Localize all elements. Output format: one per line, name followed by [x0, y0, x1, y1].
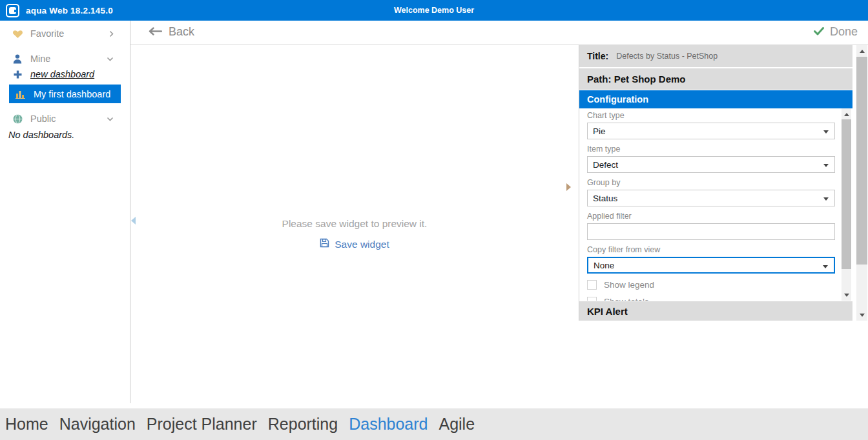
nav-item-dashboard[interactable]: Dashboard	[349, 415, 428, 434]
show-totals-label: Show totals	[604, 297, 649, 301]
widget-path-bar: Path: Pet Shop Demo	[579, 68, 852, 90]
applied-filter-input-wrap	[587, 223, 835, 240]
scroll-down-arrow[interactable]	[856, 310, 867, 319]
collapse-panel-handle[interactable]	[566, 183, 571, 191]
item-type-field: Item type Defect	[587, 145, 835, 173]
scroll-up-arrow[interactable]	[842, 110, 851, 119]
chevron-down-icon	[823, 265, 828, 268]
person-icon	[12, 54, 23, 64]
collapse-sidebar-handle[interactable]	[131, 217, 136, 225]
sidebar-item-label: Public	[30, 114, 56, 124]
configuration-form: Chart type Pie Item type Defect Group by…	[579, 108, 842, 301]
chevron-down-icon	[823, 164, 829, 167]
item-type-label: Item type	[587, 145, 835, 156]
section-header-kpi-alert[interactable]: KPI Alert	[579, 301, 852, 321]
no-dashboards-text: No dashboards.	[0, 127, 129, 143]
chart-type-label: Chart type	[587, 111, 835, 123]
item-type-select[interactable]: Defect	[587, 156, 835, 173]
back-button[interactable]: Back	[147, 25, 194, 39]
scroll-down-arrow[interactable]	[842, 290, 851, 299]
group-by-select[interactable]: Status	[587, 190, 835, 206]
sidebar-item-label: Favorite	[30, 28, 64, 39]
heart-icon	[12, 29, 23, 39]
applied-filter-input[interactable]	[593, 224, 834, 239]
show-legend-label: Show legend	[604, 280, 654, 290]
back-label: Back	[169, 25, 194, 39]
top-bar: aqua Web 18.2.145.0 Welcome Demo User	[0, 0, 868, 21]
path-label: Path: Pet Shop Demo	[587, 74, 686, 85]
aqua-web-app: aqua Web 18.2.145.0 Welcome Demo User Fa…	[0, 0, 868, 440]
done-button[interactable]: Done	[814, 25, 858, 39]
sidebar-item-label: Mine	[30, 54, 50, 64]
dashboard-name-label: My first dashboard	[34, 89, 110, 99]
show-totals-checkbox-row[interactable]: Show totals	[587, 295, 842, 301]
config-scrollbar[interactable]	[842, 108, 851, 301]
plus-icon	[12, 70, 23, 79]
config-scrollbar-thumb[interactable]	[842, 119, 851, 269]
chevron-down-icon	[107, 57, 114, 61]
save-widget-button[interactable]: Save widget	[320, 238, 389, 250]
copy-filter-select[interactable]: None	[587, 257, 835, 274]
chevron-down-icon	[823, 197, 829, 201]
copy-filter-field: Copy filter from view None	[587, 245, 835, 274]
sidebar-item-favorite[interactable]: Favorite	[0, 26, 129, 41]
group-by-label: Group by	[587, 178, 835, 190]
chart-type-select[interactable]: Pie	[587, 123, 835, 139]
show-legend-checkbox-row[interactable]: Show legend	[587, 279, 842, 290]
group-by-field: Group by Status	[587, 178, 835, 206]
nav-item-project-planner[interactable]: Project Planner	[147, 415, 257, 434]
show-totals-checkbox[interactable]	[587, 297, 597, 301]
panel-scrollbar[interactable]	[856, 45, 867, 321]
done-label: Done	[830, 25, 858, 39]
chevron-down-icon	[823, 130, 829, 134]
applied-filter-field: Applied filter	[587, 212, 835, 240]
section-header-configuration[interactable]: Configuration	[579, 90, 852, 108]
scroll-up-arrow[interactable]	[856, 46, 867, 55]
sidebar-item-public[interactable]: Public	[0, 111, 129, 126]
back-arrow-icon	[147, 25, 162, 39]
widget-title-value[interactable]: Defects by Status - PetShop	[616, 52, 718, 61]
nav-item-reporting[interactable]: Reporting	[268, 415, 338, 434]
bar-chart-icon	[15, 90, 26, 99]
check-icon	[814, 25, 824, 39]
panel-scrollbar-thumb[interactable]	[856, 57, 867, 265]
chevron-right-icon	[109, 30, 114, 37]
new-dashboard-label: new dashboard	[30, 69, 94, 79]
title-label: Title:	[587, 51, 608, 61]
preview-placeholder-text: Please save widget to preview it.	[130, 218, 579, 230]
widget-config-panel: Title: Defects by Status - PetShop Path:…	[579, 45, 868, 321]
widget-preview-area: Please save widget to preview it. Save w…	[130, 45, 579, 408]
nav-item-home[interactable]: Home	[5, 415, 48, 434]
sidebar-new-dashboard-link[interactable]: new dashboard	[0, 66, 129, 82]
applied-filter-label: Applied filter	[587, 212, 835, 223]
globe-icon	[12, 114, 23, 124]
nav-item-navigation[interactable]: Navigation	[59, 415, 136, 434]
copy-filter-label: Copy filter from view	[587, 245, 835, 257]
nav-item-agile[interactable]: Agile	[439, 415, 475, 434]
save-widget-label: Save widget	[335, 239, 389, 250]
save-icon	[320, 238, 329, 250]
show-legend-checkbox[interactable]	[587, 280, 597, 290]
sidebar-item-my-first-dashboard[interactable]: My first dashboard	[9, 85, 121, 103]
sidebar-item-mine[interactable]: Mine	[0, 51, 129, 66]
welcome-user-text: Welcome Demo User	[0, 6, 868, 15]
chart-type-field: Chart type Pie	[587, 111, 835, 139]
widget-editor-toolbar: Back Done	[130, 21, 868, 45]
chevron-down-icon	[107, 117, 114, 121]
bottom-nav-bar: Home Navigation Project Planner Reportin…	[0, 408, 868, 440]
widget-title-bar: Title: Defects by Status - PetShop	[579, 45, 852, 67]
